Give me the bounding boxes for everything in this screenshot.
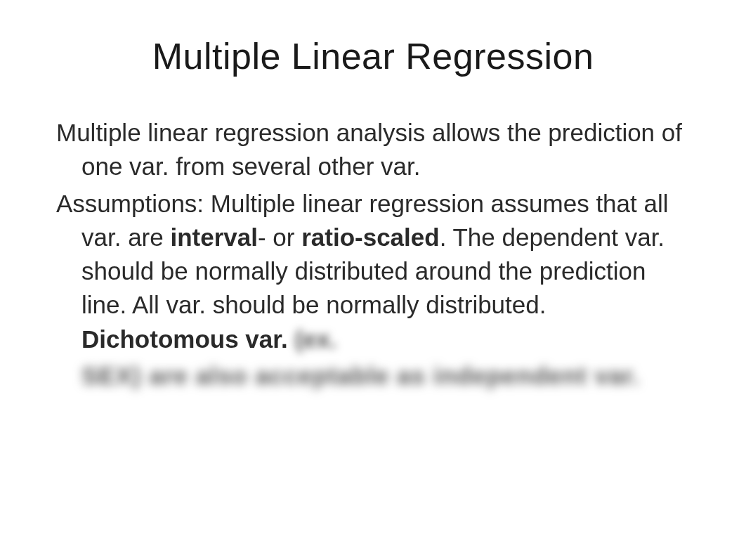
paragraph-1: Multiple linear regression analysis allo… — [56, 116, 690, 184]
para2-bold-interval: interval — [170, 223, 258, 251]
paragraph-2: Assumptions: Multiple linear regression … — [56, 187, 690, 356]
para2-bold-dichotomous: Dichotomous var. — [81, 325, 288, 353]
para2-text-2: - or — [258, 223, 301, 251]
slide-body: Multiple linear regression analysis allo… — [49, 116, 697, 393]
blurred-paragraph: SEX) are also acceptable as independent … — [56, 359, 690, 393]
slide-title: Multiple Linear Regression — [49, 35, 697, 77]
para2-bold-ratio: ratio-scaled — [301, 223, 439, 251]
blurred-inline-text: (ex. — [288, 325, 337, 353]
